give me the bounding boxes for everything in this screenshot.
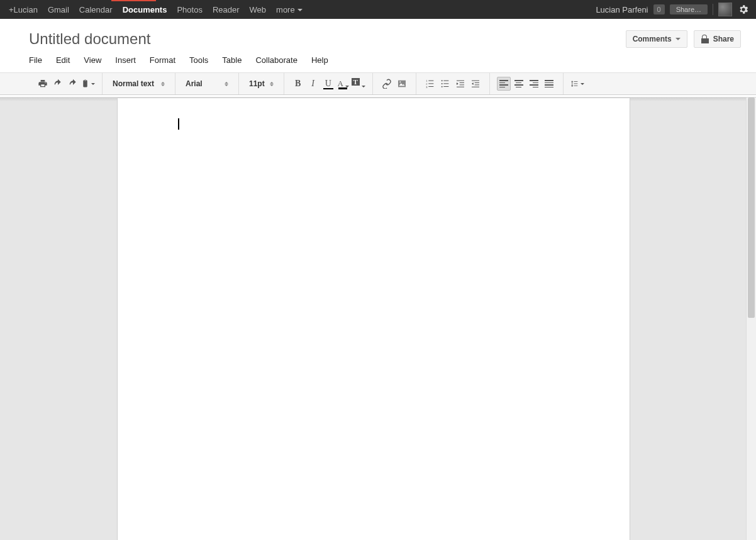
svg-rect-16: [459, 82, 464, 83]
underline-icon[interactable]: U: [321, 77, 335, 91]
chevron-down-icon: [362, 86, 365, 87]
text-cursor: [178, 118, 179, 130]
menu-edit[interactable]: Edit: [56, 55, 70, 65]
svg-marker-25: [472, 82, 474, 85]
font-family-dropdown[interactable]: Arial: [182, 79, 232, 88]
lock-icon: [701, 35, 709, 43]
svg-rect-6: [428, 81, 433, 81]
image-icon[interactable]: [395, 77, 409, 91]
svg-rect-24: [472, 87, 479, 87]
svg-rect-14: [443, 86, 448, 87]
link-icon[interactable]: [380, 77, 394, 91]
align-center-icon[interactable]: [512, 77, 526, 91]
gbar-link-reader[interactable]: Reader: [213, 5, 240, 14]
menu-table[interactable]: Table: [222, 55, 242, 65]
print-icon[interactable]: [36, 77, 50, 91]
redo-icon[interactable]: [66, 77, 80, 91]
svg-marker-20: [457, 82, 459, 85]
chevron-down-icon: [581, 83, 584, 85]
svg-rect-13: [443, 83, 448, 84]
highlight-color-icon[interactable]: T: [352, 77, 365, 91]
document-area: [0, 97, 756, 540]
gear-icon[interactable]: [737, 3, 750, 16]
share-mini-button[interactable]: Share…: [670, 4, 708, 14]
svg-marker-26: [571, 81, 573, 82]
align-left-icon[interactable]: [497, 77, 511, 91]
gbar-link-photos[interactable]: Photos: [177, 5, 202, 14]
font-size-dropdown[interactable]: 11pt: [245, 79, 277, 88]
menu-view[interactable]: View: [84, 55, 101, 65]
svg-point-11: [441, 86, 442, 87]
active-tab-indicator: [111, 0, 156, 1]
line-spacing-icon[interactable]: [570, 77, 584, 91]
document-page[interactable]: [117, 98, 630, 540]
account-name[interactable]: Lucian Parfeni: [596, 5, 648, 14]
vertical-scrollbar[interactable]: [746, 98, 756, 540]
menu-file[interactable]: File: [29, 55, 42, 65]
text-color-icon[interactable]: A: [336, 77, 350, 91]
toolbar-seg-insert: [373, 73, 416, 94]
svg-rect-12: [443, 81, 448, 81]
svg-rect-0: [398, 81, 406, 87]
chevron-down-icon: [91, 83, 95, 85]
toolbar-seg-style: Normal text: [103, 73, 175, 94]
menu-insert[interactable]: Insert: [115, 55, 136, 65]
toolbar-seg-fontsize: 11pt: [239, 73, 284, 94]
menu-format[interactable]: Format: [150, 55, 175, 65]
document-title[interactable]: Untitled document: [29, 30, 150, 48]
indent-icon[interactable]: [469, 77, 482, 91]
google-bar: +Lucian Gmail Calendar Documents Photos …: [0, 0, 756, 19]
svg-rect-21: [472, 81, 479, 81]
menu-bar: File Edit View Insert Format Tools Table…: [0, 53, 756, 72]
gbar-link-plus[interactable]: +Lucian: [9, 5, 38, 14]
outdent-icon[interactable]: [453, 77, 467, 91]
undo-icon[interactable]: [51, 77, 65, 91]
gbar-link-gmail[interactable]: Gmail: [48, 5, 69, 14]
numbered-list-icon[interactable]: 123: [423, 77, 437, 91]
toolbar-seg-lists: 123: [416, 73, 490, 94]
chevron-down-icon: [297, 9, 303, 11]
italic-icon[interactable]: I: [306, 77, 320, 91]
chevron-down-icon: [345, 86, 349, 87]
svg-point-9: [441, 80, 442, 81]
svg-text:3: 3: [426, 86, 428, 89]
share-button[interactable]: Share: [694, 30, 741, 48]
gbar-link-more[interactable]: more: [276, 5, 303, 14]
title-actions: Comments Share: [626, 30, 741, 48]
svg-rect-29: [574, 83, 577, 84]
align-justify-icon[interactable]: [542, 77, 556, 91]
paragraph-style-dropdown[interactable]: Normal text: [109, 79, 169, 88]
svg-point-10: [441, 83, 442, 84]
menu-tools[interactable]: Tools: [189, 55, 208, 65]
svg-rect-28: [574, 81, 577, 82]
toolbar: Normal text Arial 11pt B I U A T: [0, 72, 756, 95]
avatar[interactable]: [718, 3, 732, 16]
toolbar-seg-linespacing: [564, 73, 585, 94]
toolbar-seg-textformat: B I U A T: [284, 73, 373, 94]
svg-marker-27: [571, 86, 573, 87]
gbar-link-calendar[interactable]: Calendar: [79, 5, 113, 14]
toolbar-seg-actions: [29, 73, 103, 94]
bold-icon[interactable]: B: [291, 77, 305, 91]
menu-collaborate[interactable]: Collaborate: [255, 55, 297, 65]
clipboard-icon[interactable]: [81, 77, 95, 91]
title-bar: Untitled document Comments Share: [0, 19, 756, 53]
chevron-down-icon: [675, 38, 681, 40]
gbar-left-links: +Lucian Gmail Calendar Documents Photos …: [4, 5, 308, 14]
gbar-right: Lucian Parfeni 0 Share…: [596, 3, 750, 16]
comments-button[interactable]: Comments: [626, 30, 687, 48]
align-right-icon[interactable]: [527, 77, 541, 91]
gbar-link-documents[interactable]: Documents: [123, 5, 167, 14]
svg-rect-7: [428, 83, 433, 84]
menu-help[interactable]: Help: [311, 55, 328, 65]
toolbar-seg-font: Arial: [175, 73, 239, 94]
svg-rect-30: [574, 86, 577, 86]
scrollbar-thumb[interactable]: [748, 98, 755, 318]
svg-rect-8: [428, 86, 433, 87]
notifications-badge[interactable]: 0: [653, 4, 665, 14]
bullet-list-icon[interactable]: [438, 77, 452, 91]
svg-point-2: [399, 81, 401, 82]
svg-rect-18: [457, 87, 464, 87]
gbar-link-web[interactable]: Web: [250, 5, 267, 14]
svg-rect-22: [474, 82, 479, 83]
